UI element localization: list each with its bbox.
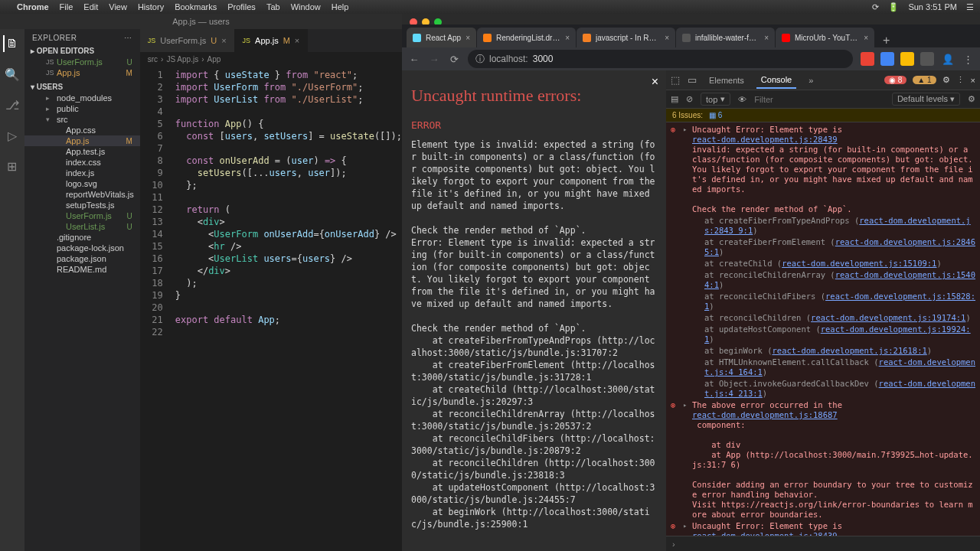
browser-tab[interactable]: MicroUrb - YouTube× [776,28,875,47]
file-item[interactable]: App.css [24,125,140,135]
browser-tab[interactable]: infallible-water-fyyr…× [676,28,776,47]
chrome-menu-icon[interactable]: ⋮ [962,54,974,65]
folder-item[interactable]: ▸public [24,103,140,114]
file-item[interactable]: README.md [24,264,140,275]
tab-console[interactable]: Console [756,72,796,89]
file-item[interactable]: reportWebVitals.js [24,189,140,200]
error-count-badge[interactable]: ◉ 8 [884,76,906,84]
editor-tab[interactable]: JS UserForm.js U × [140,29,235,52]
menu-file[interactable]: File [60,2,74,11]
inspect-icon[interactable]: ⬚ [671,74,680,86]
console-sidebar-icon[interactable]: ▤ [671,94,678,104]
devtools-close-icon[interactable]: × [971,76,975,85]
levels-selector[interactable]: Default levels ▾ [892,93,960,106]
control-center-icon[interactable]: ☰ [966,2,974,12]
filter-input[interactable] [754,95,884,104]
file-item[interactable]: setupTests.js [24,200,140,210]
issues-bar[interactable]: 6 Issues: ▦ 6 [666,109,980,122]
console-toolbar: ▤ ⊘ top ▾ 👁 Default levels ▾ ⚙ [666,90,980,109]
open-editor-item[interactable]: JSApp.jsM [24,67,140,78]
file-item[interactable]: logo.svg [24,178,140,189]
close-tab-icon[interactable]: × [565,34,570,42]
vscode-window: App.js — users 🗎 🔍 ⎇ ▷ ⊞ EXPLORER⋯ ▸ OPE… [0,14,402,551]
file-item[interactable]: package.json [24,253,140,264]
console-message[interactable]: ⊗▸Uncaught Error: Element type is react-… [669,124,977,215]
devtools-menu-icon[interactable]: ⋮ [956,75,965,85]
clear-console-icon[interactable]: ⊘ [686,94,693,104]
console-settings-icon[interactable]: ⚙ [968,94,975,104]
file-item[interactable]: UserForm.jsU [24,210,140,221]
console-prompt[interactable]: › [666,536,980,551]
code-editor[interactable]: 12345678910111213141516171819202122 impo… [140,66,402,551]
eye-icon[interactable]: 👁 [738,95,746,104]
menu-history[interactable]: History [138,2,164,11]
search-icon[interactable]: 🔍 [4,66,21,83]
extension-icon[interactable] [900,52,914,66]
wifi-icon[interactable]: ⟳ [872,2,879,12]
reload-icon[interactable]: ⟳ [448,54,460,65]
profile-icon[interactable]: 👤 [942,54,954,65]
extension-icon[interactable] [880,52,894,66]
file-item[interactable]: index.js [24,168,140,178]
breadcrumb[interactable]: src › JS App.js › App [140,52,402,66]
menu-tab[interactable]: Tab [266,2,280,11]
site-info-icon[interactable]: ⓘ [475,53,485,66]
browser-tab[interactable]: React App× [407,28,477,47]
device-icon[interactable]: ▭ [688,74,697,86]
battery-icon[interactable]: 🔋 [888,2,899,12]
file-item[interactable]: UserList.jsU [24,221,140,232]
tab-more[interactable]: » [804,73,818,88]
window-controls [402,14,980,24]
close-tab-icon[interactable]: × [764,34,769,42]
open-editor-item[interactable]: JSUserForm.jsU [24,57,140,67]
project-section[interactable]: ▾ USERS [24,81,140,93]
close-tab-icon[interactable]: × [864,34,868,42]
chrome-tabstrip: React App×RenderingList.drawio…×javascri… [402,24,980,47]
extensions-icon[interactable]: ⊞ [4,158,21,174]
menu-edit[interactable]: Edit [83,2,98,11]
menu-window[interactable]: Window [291,2,321,11]
close-tab-icon[interactable]: × [221,36,226,45]
settings-icon[interactable]: ⚙ [942,75,950,85]
file-item[interactable]: App.test.js [24,146,140,157]
vscode-title: App.js — users [0,14,402,29]
menu-help[interactable]: Help [332,2,349,11]
close-tab-icon[interactable]: × [295,36,299,45]
file-item[interactable]: App.jsM [24,135,140,146]
forward-icon[interactable]: → [428,54,440,65]
context-selector[interactable]: top ▾ [701,93,730,106]
overlay-title: Uncaught runtime errors: [411,86,657,106]
explorer-icon[interactable]: 🗎 [3,35,20,52]
new-tab-button[interactable]: + [875,34,897,47]
folder-item[interactable]: ▸node_modules [24,93,140,103]
close-overlay-icon[interactable]: × [652,75,658,89]
editor-tab[interactable]: JS App.js M × [235,29,309,52]
extension-icon[interactable] [861,52,874,66]
menu-profiles[interactable]: Profiles [227,2,256,11]
open-editors-section[interactable]: ▸ OPEN EDITORS [24,45,140,57]
file-item[interactable]: .gitignore [24,232,140,243]
back-icon[interactable]: ← [408,54,420,65]
url-field[interactable]: ⓘ localhost:3000 [468,50,853,68]
extensions-menu-icon[interactable] [920,52,934,66]
address-bar: ← → ⟳ ⓘ localhost:3000 👤 ⋮ [402,47,980,70]
sidebar-more-icon[interactable]: ⋯ [124,34,132,42]
file-item[interactable]: index.css [24,157,140,168]
browser-tab[interactable]: javascript - In React…× [577,28,676,47]
warning-count-badge[interactable]: ▲ 1 [913,76,936,84]
console-message[interactable]: ⊗▸The above error occurred in the react-… [669,399,977,520]
app-name[interactable]: Chrome [17,2,49,11]
tab-elements[interactable]: Elements [704,73,749,88]
close-tab-icon[interactable]: × [665,34,669,42]
run-debug-icon[interactable]: ▷ [4,127,21,144]
source-control-icon[interactable]: ⎇ [4,96,21,113]
console-message[interactable]: ⊗▸Uncaught Error: Element type is react-… [669,520,977,536]
close-tab-icon[interactable]: × [466,34,470,42]
folder-item[interactable]: ▾src [24,114,140,125]
console-output[interactable]: ⊗▸Uncaught Error: Element type is react-… [666,122,980,536]
file-item[interactable]: package-lock.json [24,243,140,253]
browser-tab[interactable]: RenderingList.drawio…× [477,28,577,47]
menu-view[interactable]: View [109,2,127,11]
menu-bookmarks[interactable]: Bookmarks [175,2,217,11]
devtools-tabs: ⬚ ▭ Elements Console » ◉ 8 ▲ 1 ⚙ ⋮ × [666,70,980,90]
